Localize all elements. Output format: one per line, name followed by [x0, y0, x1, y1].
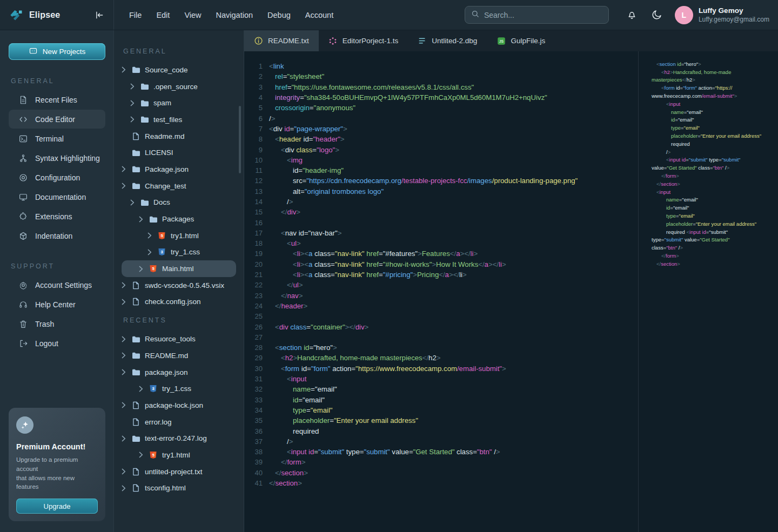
chevron-right-icon[interactable] [147, 249, 153, 255]
chevron-right-icon[interactable] [122, 166, 127, 172]
sidebar-item-logout[interactable]: Logout [9, 334, 105, 353]
chevron-right-icon[interactable] [122, 183, 127, 189]
menu-item-account[interactable]: Account [305, 11, 333, 19]
chevron-right-icon[interactable] [130, 116, 136, 123]
code-line[interactable]: 24</header> [244, 301, 638, 311]
tab-readme-txt[interactable]: README.txt [244, 30, 319, 51]
tab-untlited-2-dbg[interactable]: Untlited-2.dbg [408, 30, 487, 51]
sidebar-item-syntax[interactable]: Syntax Highlighting [9, 149, 105, 167]
code-line[interactable]: 30<form id="form" action="https://www.fr… [244, 363, 638, 374]
chevron-right-icon[interactable] [147, 232, 153, 239]
chevron-right-icon[interactable] [122, 468, 127, 475]
tab-editorporject-1-ts[interactable]: EditorPorject-1.ts [319, 30, 408, 51]
code-line[interactable]: 32name="email" [244, 384, 638, 394]
code-line[interactable]: 27 [244, 332, 638, 342]
tree-item-tsconfig-html[interactable]: tsconfig.html [114, 480, 244, 497]
code-line[interactable]: 16 [244, 217, 638, 227]
chevron-right-icon[interactable] [139, 266, 144, 272]
chevron-right-icon[interactable] [122, 352, 127, 359]
tree-item-change-test[interactable]: Change_test [114, 178, 244, 194]
code-line[interactable]: 40</section> [244, 468, 638, 478]
tree-item-resuorce-tools[interactable]: Resuorce_tools [114, 331, 244, 347]
tree-item--open-source[interactable]: .open_source [114, 78, 244, 95]
code-editor-pane[interactable]: 1<link2rel="stylesheet"3href="https://us… [244, 51, 638, 532]
tree-item-try1-html[interactable]: 5try1.html [114, 227, 244, 244]
code-line[interactable]: 19<li><a class="nav-link" href="#feature… [244, 248, 638, 259]
chevron-right-icon[interactable] [122, 435, 127, 442]
menu-item-navigation[interactable]: Navigation [216, 11, 253, 19]
tree-item-licensi[interactable]: LICENSI [114, 144, 244, 161]
new-projects-button[interactable]: New Projects [9, 43, 105, 60]
code-line[interactable]: 41</section> [244, 478, 638, 488]
chevron-right-icon[interactable] [130, 199, 136, 206]
chevron-right-icon[interactable] [122, 485, 127, 491]
chevron-right-icon[interactable] [122, 299, 127, 305]
code-line[interactable]: 17<nav id="nav-bar"> [244, 228, 638, 238]
tree-item-packages[interactable]: Packages [114, 211, 244, 227]
notifications-bell-icon[interactable] [625, 8, 639, 22]
sidebar-item-help-center[interactable]: Help Center [9, 295, 105, 314]
code-line[interactable]: 8<header id="header"> [244, 134, 638, 144]
code-line[interactable]: 15</div> [244, 207, 638, 217]
tree-item-swdc-vscode-0-5-45-vsix[interactable]: swdc-vscode-0.5.45.vsix [114, 277, 244, 294]
code-line[interactable]: 12src="https://cdn.freecodecamp.org/test… [244, 176, 638, 186]
code-line[interactable]: 28<section id="hero"> [244, 342, 638, 353]
user-avatar[interactable]: L [675, 6, 693, 24]
tab-gulpfile-js[interactable]: JSGulpFile.js [487, 30, 555, 51]
tree-item-try-1-css[interactable]: 3try_1.css [114, 244, 244, 261]
tree-item-package-lock-json[interactable]: package-lock.json [114, 397, 244, 414]
sidebar-item-configuration[interactable]: Configuration [9, 168, 105, 187]
code-line[interactable]: 5crossorigin="anonymous" [244, 103, 638, 113]
sidebar-item-trash[interactable]: Trash [9, 314, 105, 333]
sidebar-item-terminal[interactable]: Terminal [9, 129, 105, 148]
code-line[interactable]: 18<ul> [244, 238, 638, 248]
code-line[interactable]: 38<input id="submit" type="submit" value… [244, 447, 638, 457]
code-line[interactable]: 7<div id="page-wrapper"> [244, 124, 638, 134]
code-line[interactable]: 22</ul> [244, 280, 638, 290]
sidebar-item-code-editor[interactable]: Code Editor [9, 110, 105, 129]
tree-item-main-html[interactable]: 5Main.html [122, 260, 236, 277]
code-line[interactable]: 13alt="original trombones logo" [244, 186, 638, 197]
code-line[interactable]: 26<div class="container"></div> [244, 321, 638, 332]
tree-item-text-error-0-247-log[interactable]: text-error-0.247.log [114, 430, 244, 447]
menu-item-edit[interactable]: Edit [156, 11, 170, 19]
tree-item-package-json[interactable]: Package.json [114, 161, 244, 178]
tree-item-check-config-json[interactable]: check.config.json [114, 294, 244, 311]
code-line[interactable]: 9<div class="logo"> [244, 144, 638, 154]
tree-item-source-code[interactable]: Source_code [114, 62, 244, 78]
code-line[interactable]: 29<h2>Handcrafted, home-made masterpiece… [244, 353, 638, 363]
tree-item-test-files[interactable]: test_files [114, 111, 244, 128]
dark-mode-moon-icon[interactable] [650, 8, 664, 22]
menu-item-debug[interactable]: Debug [267, 11, 291, 19]
tree-item-readme-md[interactable]: Readme.md [114, 128, 244, 145]
code-line[interactable]: 3href="https://use.fontawesome.com/relea… [244, 82, 638, 92]
code-line[interactable]: 10<img [244, 155, 638, 165]
tree-item-readme-md[interactable]: README.md [114, 347, 244, 364]
sidebar-item-recent-files[interactable]: Recent Files [9, 90, 105, 109]
code-line[interactable]: 33id="email" [244, 395, 638, 405]
tree-item-docs[interactable]: Docs [114, 194, 244, 211]
sidebar-item-indentation[interactable]: Indentation [9, 226, 105, 245]
tree-item-package-json[interactable]: package.json [114, 364, 244, 381]
chevron-right-icon[interactable] [130, 100, 136, 106]
code-line[interactable]: 4integrity="sha384-50oBUHEmvpQ+1lW4y57PT… [244, 92, 638, 103]
chevron-right-icon[interactable] [122, 66, 127, 73]
tree-item-untlited-project-txt[interactable]: untlited-project.txt [114, 463, 244, 480]
chevron-right-icon[interactable] [139, 386, 144, 392]
sidebar-item-extensions[interactable]: Extensions [9, 207, 105, 226]
menu-item-view[interactable]: View [184, 11, 201, 19]
menu-item-file[interactable]: File [129, 11, 142, 19]
chevron-right-icon[interactable] [122, 369, 127, 375]
code-line[interactable]: 1<link [244, 61, 638, 71]
code-line[interactable]: 25 [244, 311, 638, 321]
code-line[interactable]: 37/> [244, 436, 638, 447]
code-line[interactable]: 2rel="stylesheet" [244, 71, 638, 82]
code-line[interactable]: 31<input [244, 374, 638, 384]
explorer-scrollbar[interactable] [239, 106, 241, 173]
minimap[interactable]: <section id="hero"><h2>Handcrafted, home… [638, 51, 778, 532]
tree-item-spam[interactable]: spam [114, 95, 244, 111]
chevron-right-icon[interactable] [122, 402, 127, 408]
code-line[interactable]: 6/> [244, 113, 638, 123]
tree-item-try1-html[interactable]: 5try1.html [114, 447, 244, 463]
chevron-right-icon[interactable] [122, 282, 127, 288]
